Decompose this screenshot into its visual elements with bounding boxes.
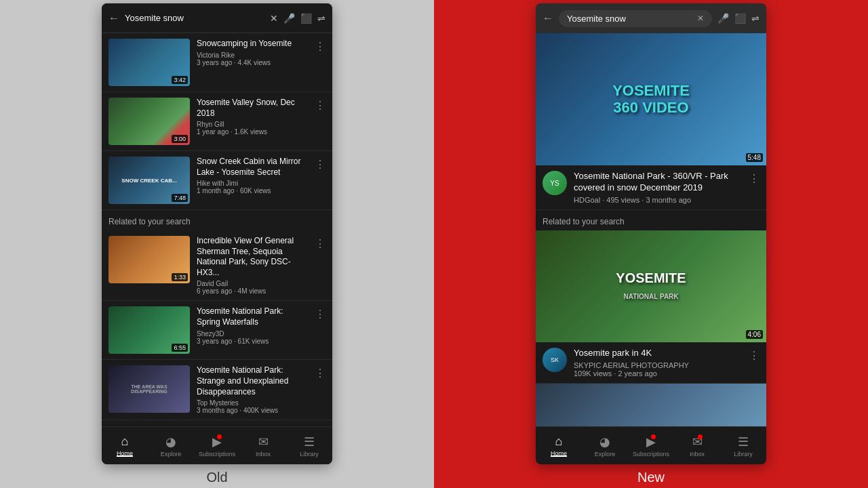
search-input-old[interactable]: Yosemite snow xyxy=(125,13,264,23)
explore-icon-old: ◕ xyxy=(165,434,176,449)
nav-subs-old[interactable]: ▶ Subscriptions xyxy=(194,434,240,458)
right-panel: ← Yosemite snow ✕ 🎤 ⬛ ⇌ YOSEMITE360 VIDE… xyxy=(434,0,868,488)
inbox-label-old: Inbox xyxy=(256,451,271,458)
related-overlay-1: YOSEMITENATIONAL PARK xyxy=(536,230,766,342)
related-new-1[interactable]: YOSEMITENATIONAL PARK 4:06 SK Yosemite p… xyxy=(536,230,766,384)
new-label: New xyxy=(637,470,665,485)
mic-icon[interactable]: 🎤 xyxy=(283,13,295,24)
mic-icon-new[interactable]: 🎤 xyxy=(717,13,729,24)
featured-overlay: YOSEMITE360 VIDEO xyxy=(536,33,766,165)
channel-avatar-featured: YS xyxy=(542,171,567,195)
explore-label-old: Explore xyxy=(161,451,182,458)
duration-3: 7:48 xyxy=(172,194,188,202)
featured-more[interactable]: ⋮ xyxy=(749,172,760,185)
inbox-dot-new xyxy=(698,434,703,439)
more-options-1[interactable]: ⋮ xyxy=(315,40,326,53)
close-icon-new[interactable]: ✕ xyxy=(697,14,704,23)
home-active-line-old xyxy=(117,455,133,457)
video-item-3[interactable]: SNOW CREEK CAB... 7:48 Snow Creek Cabin … xyxy=(102,151,332,210)
featured-info-row[interactable]: YS Yosemite National Park - 360/VR - Par… xyxy=(536,165,766,210)
duration-1: 3:42 xyxy=(172,76,188,84)
subs-wrap-old: ▶ xyxy=(212,434,222,449)
related-duration-1: 1:33 xyxy=(172,273,188,281)
subs-dot-old xyxy=(217,434,222,439)
subs-label-old: Subscriptions xyxy=(199,451,235,458)
close-icon[interactable]: ✕ xyxy=(270,13,278,24)
thumb-strange: THE AREA WASDISAPPEARING xyxy=(108,365,190,413)
duration-2: 3:00 xyxy=(172,135,188,143)
video-meta-3: Hike with Jimi 1 month ago · 60K views xyxy=(197,180,308,195)
video-title-1: Snowcamping in Yosemite xyxy=(197,39,308,49)
home-active-line-new xyxy=(551,455,567,457)
old-phone: ← Yosemite snow ✕ 🎤 ⬛ ⇌ 3:42 Snowcamping… xyxy=(102,3,332,464)
related-info-3: Yosemite National Park: Strange and Unex… xyxy=(197,365,308,414)
related-more-3[interactable]: ⋮ xyxy=(315,367,326,380)
search-text-new: Yosemite snow xyxy=(567,14,626,24)
old-search-bar[interactable]: ← Yosemite snow ✕ 🎤 ⬛ ⇌ xyxy=(102,3,332,33)
thumb-overlay-strange: THE AREA WASDISAPPEARING xyxy=(108,365,190,413)
related-more-1[interactable]: ⋮ xyxy=(315,237,326,250)
library-icon-old: ☰ xyxy=(304,434,315,449)
thumb-snowcamp: 3:42 xyxy=(108,39,190,86)
explore-icon-new: ◕ xyxy=(599,434,610,449)
thumb-waterfall: 6:55 xyxy=(108,306,190,354)
more-options-2[interactable]: ⋮ xyxy=(315,99,326,112)
thumb-sherman: 1:33 xyxy=(108,236,190,283)
back-button[interactable]: ← xyxy=(108,12,119,24)
cast-icon[interactable]: ⬛ xyxy=(300,13,312,24)
search-input-new[interactable]: Yosemite snow ✕ xyxy=(559,10,712,27)
nav-home-new[interactable]: ⌂ Home xyxy=(536,434,582,457)
related-title-3: Yosemite National Park: Strange and Unex… xyxy=(197,365,308,397)
video-meta-2: Rhyn Gill 1 year ago · 1.6K views xyxy=(197,121,308,136)
related-item-1[interactable]: 1:33 Incredible View Of General Sherman … xyxy=(102,230,332,301)
nav-library-old[interactable]: ☰ Library xyxy=(286,434,332,458)
search-text-old: Yosemite snow xyxy=(125,13,184,23)
featured-duration: 5:48 xyxy=(746,153,763,162)
back-button-new[interactable]: ← xyxy=(542,12,553,24)
library-label-old: Library xyxy=(300,451,319,458)
subs-wrap-new: ▶ xyxy=(646,434,656,449)
nav-explore-new[interactable]: ◕ Explore xyxy=(582,434,628,458)
related-more-2[interactable]: ⋮ xyxy=(315,308,326,321)
nav-explore-old[interactable]: ◕ Explore xyxy=(148,434,194,458)
new-video-list: YOSEMITE360 VIDEO 5:48 YS Yosemite Natio… xyxy=(536,33,766,426)
nav-home-old[interactable]: ⌂ Home xyxy=(102,434,148,457)
video-item-2[interactable]: 3:00 Yosemite Valley Snow, Dec 2018 Rhyn… xyxy=(102,92,332,151)
related-new-info-1: Yosemite park in 4K SKYPIC AERIAL PHOTOG… xyxy=(574,348,742,378)
related-item-3[interactable]: THE AREA WASDISAPPEARING Yosemite Nation… xyxy=(102,360,332,420)
related-meta-3: Top Mysteries 3 months ago · 400K views xyxy=(197,399,308,414)
related-info-1: Incredible View Of General Sherman Tree,… xyxy=(197,236,308,295)
related-new-meta-1: SKYPIC AERIAL PHOTOGRAPHY 109K views · 2… xyxy=(574,361,742,378)
video-item-1[interactable]: 3:42 Snowcamping in Yosemite Victoria Ri… xyxy=(102,33,332,92)
thumb-snowcreek: SNOW CREEK CAB... 7:48 xyxy=(108,157,190,204)
related-new-title-1: Yosemite park in 4K xyxy=(574,348,742,359)
nav-subs-new[interactable]: ▶ Subscriptions xyxy=(628,434,674,458)
related-meta-1: David Gail 6 years ago · 4M views xyxy=(197,280,308,295)
video-title-2: Yosemite Valley Snow, Dec 2018 xyxy=(197,98,308,119)
inbox-icon-old: ✉ xyxy=(258,434,269,449)
left-panel: ← Yosemite snow ✕ 🎤 ⬛ ⇌ 3:42 Snowcamping… xyxy=(0,0,434,488)
related-item-2[interactable]: 6:55 Yosemite National Park: Spring Wate… xyxy=(102,301,332,360)
new-phone: ← Yosemite snow ✕ 🎤 ⬛ ⇌ YOSEMITE360 VIDE… xyxy=(536,3,766,464)
filter-icon[interactable]: ⇌ xyxy=(317,13,326,24)
filter-icon-new[interactable]: ⇌ xyxy=(751,13,760,24)
related-new-more-1[interactable]: ⋮ xyxy=(749,349,760,362)
related-new-channel-1[interactable]: SK Yosemite park in 4K SKYPIC AERIAL PHO… xyxy=(536,342,766,384)
nav-inbox-new[interactable]: ✉ Inbox xyxy=(674,434,720,458)
related-duration-2: 6:55 xyxy=(172,344,188,352)
nav-library-new[interactable]: ☰ Library xyxy=(720,434,766,458)
related-new-2[interactable] xyxy=(536,384,766,426)
old-label: Old xyxy=(206,470,227,485)
featured-thumb[interactable]: YOSEMITE360 VIDEO 5:48 xyxy=(536,33,766,165)
related-thumb-new-1: YOSEMITENATIONAL PARK 4:06 xyxy=(536,230,766,342)
cast-icon-new[interactable]: ⬛ xyxy=(734,13,746,24)
home-icon-new: ⌂ xyxy=(555,434,563,449)
more-options-3[interactable]: ⋮ xyxy=(315,158,326,171)
channel-avatar-1: SK xyxy=(542,348,567,372)
video-info-3: Snow Creek Cabin via Mirror Lake - Yosem… xyxy=(197,157,308,195)
new-search-bar[interactable]: ← Yosemite snow ✕ 🎤 ⬛ ⇌ xyxy=(536,3,766,33)
related-thumb-new-2 xyxy=(536,384,766,426)
nav-inbox-old[interactable]: ✉ Inbox xyxy=(240,434,286,458)
new-bottom-nav: ⌂ Home ◕ Explore ▶ Subscriptions ✉ xyxy=(536,426,766,464)
explore-label-new: Explore xyxy=(595,451,616,458)
